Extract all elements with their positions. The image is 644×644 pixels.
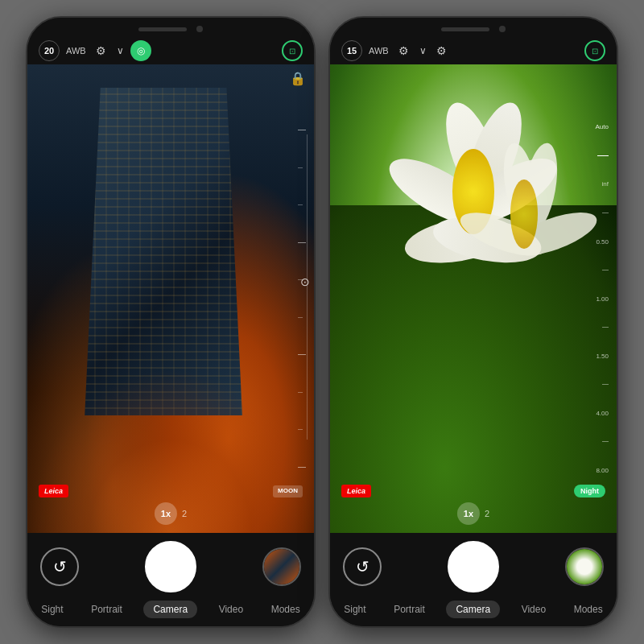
left-nav-bar: Sight Portrait Camera Video Modes — [27, 597, 314, 626]
exposure-ticks — [298, 111, 306, 486]
building-scene — [27, 64, 314, 533]
building-windows — [85, 88, 242, 415]
focus-800: 8.00 — [596, 466, 609, 475]
awb-label[interactable]: AWB — [66, 46, 86, 56]
focus-100: 1.00 — [596, 295, 609, 303]
tick — [298, 467, 306, 468]
nav-video[interactable]: Video — [213, 601, 250, 618]
nav-portrait[interactable]: Portrait — [387, 601, 431, 618]
tick — [298, 130, 306, 130]
tick — [298, 354, 306, 355]
focus-inf: inf — [602, 180, 609, 188]
nav-portrait[interactable]: Portrait — [85, 601, 129, 618]
night-badge[interactable]: Night — [574, 485, 605, 497]
chevron-down-icon[interactable]: ∨ — [419, 45, 427, 56]
flower-scene — [330, 64, 617, 533]
focus-400: 4.00 — [596, 409, 609, 418]
rotate-btn[interactable]: ↺ — [343, 547, 382, 586]
gear-icon-2[interactable]: ⚙ — [433, 42, 451, 60]
thumbnail-building-img — [264, 549, 299, 584]
active-mode-btn[interactable]: ◎ — [130, 40, 151, 61]
zoom-controls: 1x 2 — [457, 502, 489, 525]
iso-badge[interactable]: 15 — [341, 40, 362, 61]
right-controls-bar: 15 AWB ⚙ ∨ ⚙ ⊡ — [330, 37, 617, 64]
leica-badge: Leica — [341, 485, 371, 497]
nav-camera-active[interactable]: Camera — [143, 601, 197, 618]
nav-video-label: Video — [219, 604, 243, 615]
camera-icon: ⊡ — [592, 47, 598, 56]
focus-auto: Auto — [596, 122, 609, 131]
nav-camera-label: Camera — [153, 604, 188, 615]
tick — [298, 429, 303, 430]
front-camera-dot — [196, 26, 203, 32]
right-camera-bottom: ↺ — [330, 533, 617, 597]
awb-label[interactable]: AWB — [369, 46, 389, 56]
shutter-btn[interactable] — [448, 541, 499, 592]
focus-050: 0.50 — [596, 237, 609, 246]
right-phone-top-bar — [330, 18, 617, 37]
shutter-btn[interactable] — [145, 541, 196, 592]
zoom-2x-btn[interactable]: 2 — [182, 509, 187, 518]
zoom-2x-btn[interactable]: 2 — [485, 509, 489, 518]
left-phone-top-bar — [27, 18, 314, 37]
tick — [298, 242, 306, 243]
flower-center — [510, 180, 538, 249]
zoom-controls: 1x 2 — [155, 502, 187, 525]
shutter-inner — [150, 546, 192, 588]
nav-modes-label: Modes — [574, 604, 603, 615]
focus-ruler[interactable]: Auto inf 0.50 1.00 1.50 4.00 8.00 — [584, 111, 609, 486]
nav-portrait-label: Portrait — [394, 604, 425, 615]
leica-badge: Leica — [39, 485, 68, 497]
left-camera-bottom: ↺ — [27, 533, 314, 597]
mode-text: MOON — [278, 487, 298, 494]
nav-sight-label: Sight — [344, 604, 365, 615]
chevron-down-icon[interactable]: ∨ — [117, 45, 124, 56]
zoom-1x-btn[interactable]: 1x — [457, 502, 480, 525]
mode-badge[interactable]: MOON — [273, 485, 303, 497]
iso-badge[interactable]: 20 — [39, 40, 60, 61]
tick — [298, 167, 303, 168]
nav-sight[interactable]: Sight — [35, 601, 69, 618]
zoom-1x-btn[interactable]: 1x — [155, 502, 177, 525]
gallery-thumbnail[interactable] — [565, 547, 604, 586]
zoom-1x-label: 1x — [464, 509, 473, 518]
rotate-icon: ↺ — [356, 557, 369, 576]
rotate-icon: ↺ — [53, 557, 67, 576]
nav-sight[interactable]: Sight — [337, 601, 372, 618]
nav-modes[interactable]: Modes — [568, 601, 609, 618]
flowers-group — [373, 88, 573, 392]
nav-camera-label: Camera — [456, 604, 490, 615]
nav-video[interactable]: Video — [515, 601, 552, 618]
zoom-1x-label: 1x — [161, 509, 171, 518]
left-viewfinder: 🔒 ⊙ Leica MOON 1x 2 — [27, 64, 314, 533]
nav-video-label: Video — [522, 604, 546, 615]
tick — [298, 392, 303, 393]
nav-modes[interactable]: Modes — [265, 601, 307, 618]
tick — [298, 204, 303, 205]
nav-modes-label: Modes — [271, 604, 300, 615]
nav-portrait-label: Portrait — [91, 604, 122, 615]
rotate-btn[interactable]: ↺ — [40, 547, 79, 586]
camera-icon: ⊡ — [289, 47, 295, 56]
mode-icon: ◎ — [137, 45, 145, 56]
nav-sight-label: Sight — [41, 604, 63, 615]
gear-icon[interactable]: ⚙ — [395, 42, 413, 60]
left-phone: 20 AWB ⚙ ∨ ◎ ⊡ 🔒 ⊙ — [26, 16, 316, 628]
front-camera-dot — [499, 26, 506, 32]
lock-icon[interactable]: 🔒 — [290, 71, 306, 86]
thumbnail-flowers-img — [567, 549, 602, 584]
speaker-bar — [138, 27, 187, 31]
nav-camera-active[interactable]: Camera — [446, 601, 500, 618]
right-viewfinder: Auto inf 0.50 1.00 1.50 4.00 8.00 Leica … — [330, 64, 617, 533]
right-nav-bar: Sight Portrait Camera Video Modes — [330, 597, 617, 626]
right-phone: 15 AWB ⚙ ∨ ⚙ ⊡ — [328, 16, 618, 628]
gallery-thumbnail[interactable] — [262, 547, 301, 586]
camera-toggle-btn[interactable]: ⊡ — [282, 40, 303, 61]
speaker-bar — [441, 27, 489, 31]
gear-icon[interactable]: ⚙ — [93, 42, 110, 60]
second-flower — [483, 134, 573, 316]
shutter-inner — [452, 546, 494, 588]
focus-150: 1.50 — [596, 352, 609, 361]
camera-toggle-btn[interactable]: ⊡ — [584, 40, 605, 61]
tick — [298, 279, 303, 280]
